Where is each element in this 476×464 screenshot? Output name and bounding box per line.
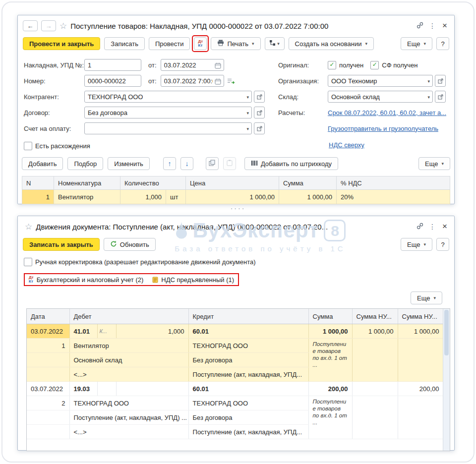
cell-debit-qty[interactable] <box>116 382 188 396</box>
col-price[interactable]: Цена <box>186 176 279 190</box>
cell-debit-subconto[interactable]: <...> <box>69 425 188 439</box>
manual-adjustment-checkbox[interactable] <box>24 258 32 266</box>
help-button[interactable]: ? <box>436 238 449 251</box>
cell-sum-nu-dt[interactable] <box>352 382 398 396</box>
cell-credit-account[interactable]: 60.01 <box>188 324 308 339</box>
open-organization-button[interactable] <box>435 75 446 87</box>
close-icon[interactable]: × <box>440 222 449 232</box>
cell-debit-account[interactable]: 41.01 <box>69 324 97 339</box>
cell-debit-account[interactable]: 19.03 <box>69 382 97 396</box>
vertical-scrollbar[interactable] <box>443 309 450 451</box>
chevron-down-icon[interactable]: ▾ <box>246 111 249 116</box>
post-button[interactable]: Провести <box>149 37 190 50</box>
cell-credit-subconto[interactable]: Без договора <box>188 353 308 367</box>
get-link-icon[interactable] <box>416 22 424 30</box>
create-based-on-button[interactable]: Создать на основании▾ <box>289 37 374 50</box>
open-contract-button[interactable] <box>254 107 265 118</box>
contract-input[interactable]: Без договора▾ <box>84 107 252 118</box>
cell-sum[interactable]: 200,00 <box>308 382 352 396</box>
organization-input[interactable]: ООО Техномир▾ <box>328 75 433 87</box>
save-and-close-button[interactable]: Записать и закрыть <box>23 238 100 251</box>
cell-debit-qty-label[interactable] <box>97 382 116 396</box>
cell-credit-subconto[interactable]: ТЕХНОГРАД ООО <box>188 396 308 410</box>
chevron-down-icon[interactable]: ▾ <box>246 95 249 100</box>
entry-2-main-row[interactable]: 03.07.2022 19.03 60.01 200,00 200,00 <box>27 382 443 396</box>
add-by-barcode-button[interactable]: Добавить по штрихкоду <box>244 157 338 170</box>
entry-1-sub-row[interactable]: 1 Вентилятор ТЕХНОГРАД ООО Поступление т… <box>27 339 443 353</box>
counterparty-input[interactable]: ТЕХНОГРАД ООО▾ <box>84 91 252 103</box>
cell-date[interactable]: 03.07.2022 <box>27 382 69 396</box>
cell-debit-subconto[interactable]: Поступление (акт, накладная, УПД) ... <box>69 410 188 425</box>
discrepancies-checkbox[interactable] <box>24 142 32 150</box>
scrollbar-thumb[interactable] <box>444 310 449 355</box>
items-more-button[interactable]: Еще▾ <box>418 157 450 170</box>
tab-vat-presented[interactable]: НДС предъявленный (1) <box>152 276 234 284</box>
cell-debit-qty[interactable]: 1,000 <box>116 324 188 339</box>
cell-price[interactable]: 1 000,00 <box>186 190 279 204</box>
number-input[interactable]: 0000-000022 <box>84 75 141 87</box>
favorite-star-icon[interactable]: ☆ <box>60 22 67 30</box>
chevron-down-icon[interactable]: ▾ <box>246 126 249 131</box>
invoice-date-input[interactable]: 03.07.2022 <box>161 59 224 71</box>
cell-nomenclature[interactable]: Вентилятор <box>54 190 120 204</box>
number-date-input[interactable]: 03.07.2022 7:00:00 <box>161 75 224 87</box>
entry-2-sub-row[interactable]: 2 ТЕХНОГРАД ООО ТЕХНОГРАД ООО Поступлени… <box>27 396 443 410</box>
entry-1-main-row[interactable]: 03.07.2022 41.01 К... 1,000 60.01 1 000,… <box>27 324 443 339</box>
cell-credit-subconto[interactable]: Поступление (акт, накладная, УПД... <box>188 367 308 382</box>
cell-sum[interactable]: 1 000,00 <box>279 190 337 204</box>
move-up-button[interactable]: ↑ <box>163 157 176 170</box>
get-link-icon[interactable] <box>416 223 424 231</box>
cell-debit-subconto[interactable]: Основной склад <box>69 353 188 367</box>
cell-vat[interactable]: 20% <box>337 190 450 204</box>
write-button[interactable]: Записать <box>104 37 145 50</box>
col-date[interactable]: Дата <box>27 309 69 324</box>
settlements-link[interactable]: Срок 08.07.2022, 60.01, 60.02, зачет а..… <box>328 109 446 116</box>
cell-sum-nu-dt[interactable]: 1 000,00 <box>352 324 398 339</box>
add-row-button[interactable]: Добавить <box>22 157 63 170</box>
window-menu-icon[interactable]: ⋮ <box>428 223 437 231</box>
col-sum-nu-kt[interactable]: Сумма НУ... <box>398 309 443 324</box>
cell-credit-subconto[interactable]: Без договора <box>188 410 308 425</box>
cell-sum-nu-kt[interactable]: 1 000,00 <box>398 324 443 339</box>
calendar-icon[interactable] <box>214 77 222 85</box>
cell-date[interactable]: 03.07.2022 <box>27 324 69 339</box>
col-n[interactable]: N <box>22 176 54 190</box>
col-sum[interactable]: Сумма <box>279 176 337 190</box>
close-icon[interactable]: × <box>440 21 449 31</box>
cell-debit-subconto[interactable]: ТЕХНОГРАД ООО <box>69 396 188 410</box>
edit-button[interactable]: Изменить <box>108 157 150 170</box>
forward-button[interactable]: → <box>41 20 56 31</box>
calendar-icon[interactable] <box>214 61 222 69</box>
cargo-link[interactable]: Грузоотправитель и грузополучатель <box>328 125 438 132</box>
open-payment-invoice-button[interactable] <box>254 122 265 134</box>
col-sum-nu-dt[interactable]: Сумма НУ... <box>352 309 398 324</box>
post-and-close-button[interactable]: Провести и закрыть <box>23 37 100 50</box>
paste-rows-button[interactable] <box>223 157 236 170</box>
open-counterparty-button[interactable] <box>254 91 265 103</box>
chevron-down-icon[interactable]: ▾ <box>427 95 430 100</box>
cell-debit-qty-label[interactable]: К... <box>97 324 116 339</box>
payment-invoice-input[interactable]: ▾ <box>84 122 252 134</box>
window-menu-icon[interactable]: ⋮ <box>428 22 437 30</box>
back-button[interactable]: ← <box>23 20 38 31</box>
table-row[interactable]: 1 Вентилятор 1,000 шт 1 000,00 1 000,00 … <box>22 190 450 204</box>
cell-n[interactable]: 1 <box>22 190 54 204</box>
cell-debit-subconto[interactable]: <...> <box>69 367 188 382</box>
chevron-down-icon[interactable]: ▾ <box>427 79 430 84</box>
cell-debit-subconto[interactable]: Вентилятор <box>69 339 188 353</box>
move-down-button[interactable]: ↓ <box>180 157 193 170</box>
cell-sum[interactable]: 1 000,00 <box>308 324 352 339</box>
col-qty[interactable]: Количество <box>120 176 186 190</box>
cell-unit[interactable]: шт <box>166 190 186 204</box>
cell-qty[interactable]: 1,000 <box>120 190 166 204</box>
cell-row-number[interactable]: 1 <box>27 339 69 353</box>
col-vat[interactable]: % НДС <box>337 176 450 190</box>
warehouse-input[interactable]: Основной склад▾ <box>328 91 433 103</box>
cell-operation-comment[interactable]: Поступление товаров по вх.д. 1 от ... <box>308 396 352 439</box>
print-button[interactable]: Печать▾ <box>211 37 260 50</box>
cell-credit-subconto[interactable]: Поступление (акт, накладная, УПД... <box>188 425 308 439</box>
pick-button[interactable]: Подбор <box>67 157 103 170</box>
col-nomenclature[interactable]: Номенклатура <box>54 176 120 190</box>
favorite-star-icon[interactable]: ☆ <box>25 223 32 231</box>
related-documents-button[interactable]: ▾ <box>265 37 285 50</box>
